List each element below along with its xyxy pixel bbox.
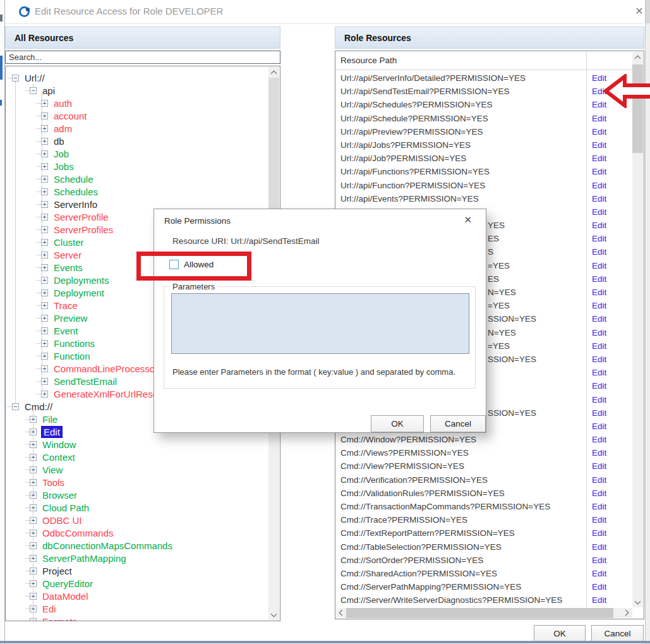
edit-link[interactable]: Edit [592, 395, 606, 404]
tree-expander-icon[interactable]: + [41, 150, 48, 157]
tree-item[interactable]: − api [6, 84, 268, 97]
tree-expander-icon[interactable]: + [41, 315, 48, 322]
tree-item[interactable]: + OdbcCommands [6, 526, 268, 539]
tree-expander-icon[interactable]: + [41, 264, 48, 271]
tree-expander-icon[interactable]: + [30, 466, 37, 473]
edit-link[interactable]: Edit [592, 475, 606, 485]
tree-expander-icon[interactable]: + [41, 112, 48, 119]
edit-link[interactable]: Edit [592, 502, 606, 511]
edit-link[interactable]: Edit [592, 167, 606, 176]
edit-link[interactable]: Edit [592, 234, 606, 243]
tree-expander-icon[interactable]: + [41, 138, 48, 145]
edit-link[interactable]: Edit [592, 314, 606, 324]
tree-expander-icon[interactable]: + [30, 555, 37, 562]
tree-item[interactable]: + Browser [6, 489, 268, 501]
tree-expander-icon[interactable]: + [41, 327, 48, 334]
tree-expander-icon[interactable]: + [30, 530, 37, 537]
edit-link[interactable]: Edit [592, 341, 606, 351]
tree-item[interactable]: + Formats [6, 615, 268, 621]
tree-item[interactable]: + Edi [6, 602, 268, 615]
tree-expander-icon[interactable]: + [41, 188, 48, 195]
edit-link[interactable]: Edit [592, 542, 606, 552]
tree-expander-icon[interactable]: + [41, 176, 48, 183]
edit-link[interactable]: Edit [592, 221, 606, 230]
scroll-right-button[interactable] [622, 608, 632, 618]
tree-expander-icon[interactable]: + [30, 416, 37, 423]
tree-expander-icon[interactable]: + [30, 454, 37, 461]
tree-item[interactable]: + Context [6, 451, 268, 463]
cancel-button[interactable]: Cancel [591, 625, 644, 642]
edit-link[interactable]: Edit [592, 247, 606, 257]
ok-button[interactable]: OK [534, 625, 586, 642]
edit-link[interactable]: Edit [592, 301, 606, 310]
list-horizontal-scrollbar[interactable] [336, 608, 632, 618]
tree-expander-icon[interactable]: + [41, 239, 48, 246]
tree-expander-icon[interactable]: + [41, 302, 48, 309]
search-input[interactable] [5, 51, 280, 64]
tree-expander-icon[interactable]: + [30, 479, 37, 486]
tree-item[interactable]: + dbConnectionMapsCommands [6, 539, 268, 552]
tree-item[interactable]: + QueryEditor [6, 577, 268, 590]
tree-expander-icon[interactable]: + [41, 378, 48, 385]
edit-link[interactable]: Edit [592, 381, 606, 391]
scroll-left-button[interactable] [336, 608, 347, 618]
tree-item[interactable]: + DataModel [6, 590, 268, 602]
tree-expander-icon[interactable]: + [30, 441, 37, 448]
modal-cancel-button[interactable]: Cancel [430, 415, 486, 432]
scroll-down-button[interactable] [268, 609, 279, 620]
tree-item[interactable]: + Jobs [6, 160, 268, 173]
edit-link[interactable]: Edit [592, 328, 606, 337]
tree-item[interactable]: + View [6, 463, 268, 476]
edit-link[interactable]: Edit [592, 261, 606, 270]
tree-expander-icon[interactable]: + [41, 340, 48, 347]
tree-expander-icon[interactable]: + [41, 226, 48, 233]
tree-expander-icon[interactable]: + [30, 542, 37, 549]
edit-link[interactable]: Edit [592, 595, 606, 605]
tree-expander-icon[interactable]: + [41, 201, 48, 208]
tree-expander-icon[interactable]: + [41, 214, 48, 221]
edit-link[interactable]: Edit [592, 528, 606, 538]
tree-expander-icon[interactable]: + [41, 100, 48, 107]
tree-expander-icon[interactable]: + [30, 428, 37, 435]
edit-link[interactable]: Edit [592, 355, 606, 364]
tree-expander-icon[interactable]: + [41, 163, 48, 170]
edit-link[interactable]: Edit [592, 154, 606, 163]
tree-item[interactable]: + auth [6, 97, 268, 109]
modal-ok-button[interactable]: OK [371, 415, 424, 432]
tree-expander-icon[interactable]: + [30, 492, 37, 499]
tree-expander-icon[interactable]: + [30, 605, 37, 612]
tree-expander-icon[interactable]: + [41, 252, 48, 258]
tree-expander-icon[interactable]: − [30, 87, 37, 94]
list-vertical-scrollbar[interactable] [632, 52, 643, 607]
tree-expander-icon[interactable]: − [12, 75, 19, 82]
edit-link[interactable]: Edit [592, 140, 606, 150]
edit-link[interactable]: Edit [592, 569, 606, 578]
tree-item[interactable]: + ODBC UI [6, 514, 268, 526]
edit-link[interactable]: Edit [592, 448, 606, 458]
tree-expander-icon[interactable]: + [41, 289, 48, 296]
edit-link[interactable]: Edit [592, 582, 606, 592]
edit-link[interactable]: Edit [592, 288, 606, 297]
scroll-up-button[interactable] [268, 67, 279, 78]
modal-close-icon[interactable]: ✕ [464, 214, 472, 226]
tree-item[interactable]: + Schedules [6, 185, 268, 198]
tree-item[interactable]: + Project [6, 564, 268, 577]
edit-link[interactable]: Edit [592, 368, 606, 377]
edit-link[interactable]: Edit [592, 408, 606, 418]
scroll-down-button[interactable] [632, 597, 643, 607]
tree-item[interactable]: + Schedule [6, 173, 268, 185]
tree-expander-icon[interactable]: + [30, 618, 37, 622]
tree-expander-icon[interactable]: + [41, 365, 48, 372]
tree-item[interactable]: + Tools [6, 476, 268, 489]
edit-link[interactable]: Edit [592, 181, 606, 190]
tree-item[interactable]: + db [6, 135, 268, 147]
tree-item[interactable]: + Job [6, 147, 268, 160]
edit-link[interactable]: Edit [592, 556, 606, 565]
edit-link[interactable]: Edit [592, 435, 606, 444]
scrollbar-thumb[interactable] [346, 608, 613, 618]
tree-expander-icon[interactable]: + [30, 593, 37, 600]
tree-expander-icon[interactable]: + [30, 568, 37, 574]
edit-link[interactable]: Edit [592, 461, 606, 471]
tree-expander-icon[interactable]: + [41, 353, 48, 360]
parameters-textarea[interactable] [171, 293, 469, 354]
